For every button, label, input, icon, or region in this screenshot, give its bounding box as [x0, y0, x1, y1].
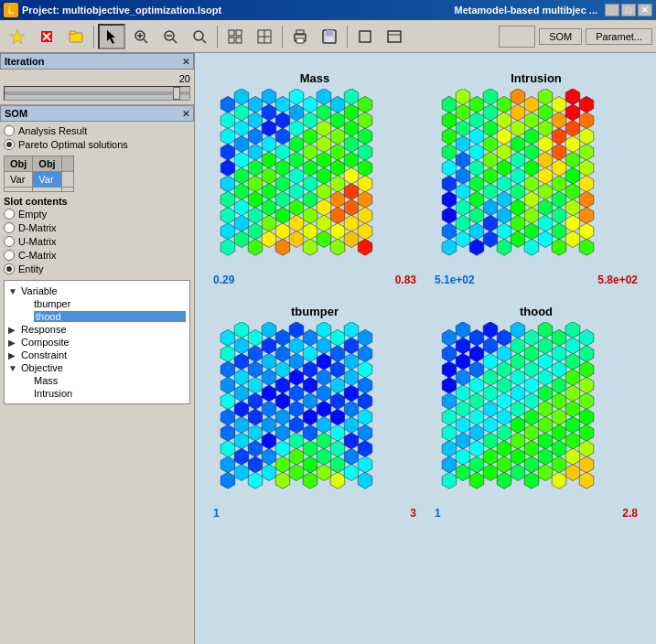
iteration-slider[interactable] [4, 86, 190, 101]
tree-thood[interactable]: thood [8, 310, 186, 323]
maximize-button[interactable]: □ [621, 4, 636, 16]
svg-rect-18 [229, 30, 234, 36]
sep4 [347, 26, 348, 48]
radio-cmatrix-label: C-Matrix [18, 250, 57, 261]
tree-section: ▼ Variable tbumper thood ▶ Response [4, 280, 190, 404]
tool-box2[interactable] [381, 24, 408, 49]
composite-arrow: ▶ [8, 338, 21, 348]
tree-objective[interactable]: ▼ Objective [8, 361, 186, 374]
intrusion-min: 5.1e+02 [435, 274, 475, 286]
composite-label: Composite [21, 337, 186, 348]
toolbar: SOM Paramet... [0, 20, 656, 53]
svg-line-14 [173, 39, 177, 43]
grid-mass: Mass 0.29 0.83 [213, 71, 416, 286]
thood-label: thood [34, 311, 186, 322]
som-header: SOM ✕ [0, 105, 194, 122]
radio-analysis-label: Analysis Result [18, 125, 87, 136]
tree-response[interactable]: ▶ Response [8, 323, 186, 336]
close-button[interactable]: ✕ [638, 4, 652, 16]
radio-entity-circle [4, 263, 15, 274]
tbumper-min: 1 [213, 507, 220, 520]
radio-analysis-circle [4, 125, 15, 136]
constraint-arrow: ▶ [8, 350, 21, 360]
variable-arrow: ▼ [8, 286, 21, 296]
tree-intrusion[interactable]: Intrusion [8, 387, 186, 400]
obj-header-2[interactable]: Obj [33, 156, 61, 172]
left-panel: Iteration ✕ 20 SOM ✕ Analysis Result [0, 53, 195, 644]
intrusion-values: 5.1e+02 5.8e+02 [435, 274, 638, 286]
radio-dmatrix-circle [4, 222, 15, 233]
svg-rect-21 [236, 38, 242, 43]
main-layout: Iteration ✕ 20 SOM ✕ Analysis Result [0, 53, 656, 644]
svg-rect-20 [229, 38, 234, 43]
iteration-close[interactable]: ✕ [182, 57, 189, 67]
som-section: SOM ✕ Analysis Result Pareto Optimal sol… [0, 105, 194, 644]
svg-text:L: L [8, 5, 14, 16]
obj-header-1[interactable]: Obj [5, 156, 33, 172]
tree-composite[interactable]: ▶ Composite [8, 336, 186, 349]
constraint-label: Constraint [21, 349, 186, 360]
som-label: SOM [5, 108, 27, 119]
radio-umatrix[interactable]: U-Matrix [4, 236, 190, 247]
tree-tbumper[interactable]: tbumper [8, 297, 186, 310]
svg-rect-19 [236, 30, 242, 36]
tool-print[interactable] [286, 24, 314, 49]
radio-cmatrix[interactable]: C-Matrix [4, 250, 190, 261]
radio-entity-label: Entity [18, 263, 44, 274]
tool-save[interactable] [316, 24, 343, 49]
slider-thumb[interactable] [173, 87, 180, 100]
svg-marker-8 [107, 30, 115, 44]
tool-zoom-out[interactable] [156, 24, 184, 49]
tool-box[interactable] [351, 24, 379, 49]
tool-grid2[interactable] [251, 24, 278, 49]
radio-analysis[interactable]: Analysis Result [4, 125, 190, 136]
tree-variable[interactable]: ▼ Variable [8, 284, 186, 297]
tool-open[interactable] [62, 24, 90, 49]
obj-table: Obj Obj Var Var [4, 156, 74, 192]
tool-stop[interactable] [33, 24, 60, 49]
radio-dmatrix-label: D-Matrix [18, 222, 57, 233]
param-tab[interactable]: Paramet... [586, 28, 652, 45]
sep3 [282, 26, 283, 48]
slot-label: Slot contents [4, 196, 190, 207]
tool-cursor[interactable] [98, 24, 125, 49]
minimize-button[interactable]: _ [605, 4, 619, 16]
obj-var-1[interactable]: Var [5, 172, 33, 188]
iteration-section: 20 [0, 70, 194, 105]
som-preview [499, 26, 535, 48]
radio-group: Analysis Result Pareto Optimal solutions [4, 125, 190, 150]
radio-empty[interactable]: Empty [4, 209, 190, 220]
tree-constraint[interactable]: ▶ Constraint [8, 349, 186, 361]
svg-point-16 [194, 31, 203, 40]
obj-var-2[interactable]: Var [33, 172, 61, 188]
toolbar-right: SOM Paramet... [499, 26, 652, 48]
tree-mass[interactable]: Mass [8, 374, 186, 387]
tbumper-grid-title: tbumper [291, 305, 339, 318]
window-controls: _ □ ✕ [605, 4, 652, 16]
thood-canvas[interactable] [436, 322, 637, 505]
window-subtitle: Metamodel-based multibjec ... [455, 5, 597, 16]
obj-header-3 [61, 156, 73, 172]
iteration-value: 20 [4, 73, 190, 84]
som-tab[interactable]: SOM [539, 28, 582, 45]
grid-tbumper: tbumper 1 3 [213, 305, 416, 520]
svg-rect-29 [326, 30, 333, 36]
tool-star[interactable] [4, 24, 31, 49]
tbumper-canvas[interactable] [214, 322, 415, 505]
radio-pareto[interactable]: Pareto Optimal solutions [4, 139, 190, 150]
tool-zoom-in[interactable] [127, 24, 155, 49]
iteration-label: Iteration [5, 56, 44, 67]
iteration-header: Iteration ✕ [0, 53, 194, 70]
radio-cmatrix-circle [4, 250, 15, 261]
mass-canvas[interactable] [214, 89, 415, 272]
tool-zoom-fit[interactable] [186, 24, 213, 49]
radio-dmatrix[interactable]: D-Matrix [4, 222, 190, 233]
objective-label: Objective [21, 362, 186, 373]
sep1 [93, 26, 94, 48]
som-close[interactable]: ✕ [182, 109, 189, 119]
mass-max: 0.83 [395, 274, 416, 286]
tool-grid[interactable] [221, 24, 249, 49]
radio-entity[interactable]: Entity [4, 263, 190, 274]
mass-values: 0.29 0.83 [213, 274, 416, 286]
intrusion-canvas[interactable] [436, 89, 637, 272]
